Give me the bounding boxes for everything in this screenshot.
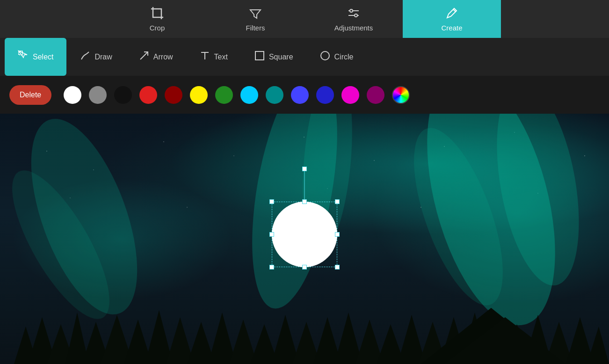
secondary-toolbar: Select Draw Arrow Text bbox=[0, 38, 609, 76]
crop-icon bbox=[150, 6, 164, 22]
svg-line-6 bbox=[140, 52, 148, 59]
select-icon bbox=[18, 50, 29, 64]
draw-label: Draw bbox=[94, 53, 112, 61]
adjustments-label: Adjustments bbox=[334, 24, 373, 32]
create-tool-btn[interactable]: Create bbox=[403, 0, 501, 38]
handle-bottom-middle[interactable] bbox=[302, 265, 307, 269]
rotation-handle[interactable] bbox=[302, 167, 307, 171]
square-tool-btn[interactable]: Square bbox=[241, 38, 306, 76]
handle-bottom-left[interactable] bbox=[269, 265, 274, 269]
color-darkred[interactable] bbox=[165, 86, 182, 104]
palette-toolbar: Delete bbox=[0, 76, 609, 114]
color-red[interactable] bbox=[139, 86, 157, 104]
crop-tool-btn[interactable]: Crop bbox=[108, 0, 206, 38]
adjustments-icon bbox=[347, 6, 361, 22]
circle-shape[interactable] bbox=[272, 202, 337, 267]
color-rainbow-picker[interactable] bbox=[392, 86, 410, 104]
circle-icon bbox=[319, 50, 331, 64]
handle-top-right[interactable] bbox=[335, 199, 340, 204]
select-tool-btn[interactable]: Select bbox=[5, 38, 66, 76]
svg-point-1 bbox=[350, 9, 353, 12]
text-label: Text bbox=[214, 53, 228, 61]
text-tool-btn[interactable]: Text bbox=[186, 38, 241, 76]
filters-tool-btn[interactable]: Filters bbox=[206, 0, 304, 38]
text-icon bbox=[199, 50, 210, 64]
color-teal[interactable] bbox=[266, 86, 283, 104]
color-gray[interactable] bbox=[89, 86, 107, 104]
adjustments-tool-btn[interactable]: Adjustments bbox=[304, 0, 403, 38]
color-purple[interactable] bbox=[367, 86, 384, 104]
color-cyan[interactable] bbox=[240, 86, 258, 104]
create-icon bbox=[445, 6, 459, 22]
color-yellow[interactable] bbox=[190, 86, 208, 104]
color-blue[interactable] bbox=[291, 86, 309, 104]
svg-rect-9 bbox=[255, 51, 264, 60]
delete-button[interactable]: Delete bbox=[9, 85, 51, 105]
draw-tool-btn[interactable]: Draw bbox=[66, 38, 125, 76]
color-magenta[interactable] bbox=[341, 86, 359, 104]
rotation-line bbox=[304, 169, 305, 202]
svg-point-3 bbox=[355, 14, 357, 17]
select-label: Select bbox=[33, 53, 53, 61]
handle-bottom-right[interactable] bbox=[335, 265, 340, 269]
color-green[interactable] bbox=[215, 86, 233, 104]
filters-icon bbox=[248, 6, 262, 22]
circle-label: Circle bbox=[334, 53, 354, 61]
color-darkblue[interactable] bbox=[316, 86, 334, 104]
arrow-icon bbox=[138, 50, 150, 64]
filters-label: Filters bbox=[246, 24, 265, 32]
selection-wrapper bbox=[272, 202, 337, 267]
create-label: Create bbox=[441, 24, 462, 32]
arrow-tool-btn[interactable]: Arrow bbox=[125, 38, 186, 76]
svg-point-10 bbox=[321, 51, 329, 60]
color-white[interactable] bbox=[64, 86, 81, 104]
handle-middle-right[interactable] bbox=[335, 232, 340, 237]
handle-top-middle[interactable] bbox=[302, 199, 307, 204]
canvas-area[interactable] bbox=[0, 114, 609, 364]
crop-label: Crop bbox=[150, 24, 165, 32]
square-icon bbox=[254, 50, 265, 64]
top-toolbar: Crop Filters Adjustments Create bbox=[0, 0, 609, 38]
handle-top-left[interactable] bbox=[269, 199, 274, 204]
circle-tool-btn[interactable]: Circle bbox=[306, 38, 367, 76]
selected-shape-container[interactable] bbox=[272, 202, 337, 267]
handle-middle-left[interactable] bbox=[269, 232, 274, 237]
draw-icon bbox=[80, 50, 91, 64]
arrow-label: Arrow bbox=[153, 53, 173, 61]
color-black[interactable] bbox=[114, 86, 132, 104]
square-label: Square bbox=[269, 53, 293, 61]
